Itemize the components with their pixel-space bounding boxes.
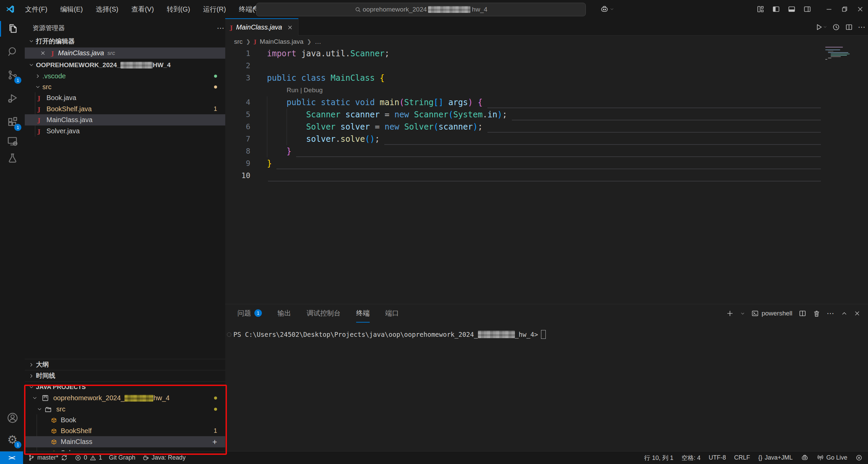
token: Scanner bbox=[414, 110, 448, 119]
problems-status[interactable]: 0 1 bbox=[71, 451, 105, 464]
breadcrumb-file[interactable]: MainClass.java bbox=[260, 38, 304, 45]
line-number: 4 bbox=[225, 96, 250, 109]
panel-tab-4[interactable]: 端口 bbox=[385, 304, 399, 323]
close-panel-icon[interactable] bbox=[854, 310, 861, 317]
editor-area[interactable]: J MainClass.java ⋯ src ❯ J MainClass.jav… bbox=[225, 18, 868, 304]
indentation[interactable]: 空格: 4 bbox=[677, 451, 705, 464]
new-terminal-icon[interactable] bbox=[726, 309, 734, 317]
java-projects-section-header[interactable]: JAVA PROJECTS bbox=[25, 381, 225, 392]
terminal-prompt[interactable]: PS C:\Users\24502\Desktop\Projects\java\… bbox=[225, 329, 546, 340]
activity-testing[interactable] bbox=[0, 148, 25, 168]
menu-item-5[interactable]: 运行(R) bbox=[197, 3, 231, 16]
badge-count: 1 bbox=[14, 441, 21, 448]
toggle-secondary-sidebar-button[interactable] bbox=[799, 0, 815, 18]
timeline-section-header[interactable]: 时间线 bbox=[25, 370, 225, 381]
inline-action-button[interactable]: + bbox=[212, 436, 217, 447]
file-row-src[interactable]: src bbox=[25, 81, 225, 93]
history-icon[interactable] bbox=[832, 23, 840, 31]
panel-tab-2[interactable]: 调试控制台 bbox=[307, 304, 341, 323]
remote-indicator[interactable]: >< bbox=[0, 451, 23, 464]
command-center-search[interactable]: ooprehomework_2024hw_4 bbox=[256, 3, 586, 16]
copilot-button[interactable] bbox=[597, 0, 617, 18]
kill-terminal-icon[interactable] bbox=[813, 310, 821, 317]
menu-item-3[interactable]: 查看(V) bbox=[126, 3, 159, 16]
project-name-suffix: hw_4 bbox=[153, 394, 170, 402]
search-text-suffix: hw_4 bbox=[472, 6, 487, 13]
package-name: src bbox=[56, 405, 65, 413]
branch-status[interactable]: master* bbox=[24, 451, 71, 464]
java-project-row[interactable]: ooprehomework_2024_hw_4 bbox=[25, 392, 225, 404]
open-editors-header[interactable]: 打开的编辑器 bbox=[25, 36, 225, 47]
terminal-dropdown-icon[interactable] bbox=[740, 311, 745, 316]
window-restore-button[interactable] bbox=[837, 0, 852, 18]
jp-row-Book[interactable]: Book bbox=[25, 414, 225, 426]
breadcrumb-symbol[interactable]: … bbox=[315, 38, 321, 45]
language-mode[interactable]: {} Java+JML bbox=[754, 451, 797, 464]
open-editor-description: src bbox=[108, 50, 115, 57]
breadcrumbs[interactable]: src ❯ J MainClass.java ❯ … bbox=[234, 36, 321, 47]
open-editor-item[interactable]: JMainClass.javasrc bbox=[25, 47, 225, 59]
open-editor-filename: MainClass.java bbox=[58, 49, 104, 57]
file-row-MainClass-java[interactable]: JMainClass.java bbox=[25, 114, 225, 125]
menu-item-1[interactable]: 编辑(E) bbox=[55, 3, 89, 16]
activity-settings[interactable]: ⚙1 bbox=[0, 429, 25, 450]
activity-source-control[interactable]: 1 bbox=[0, 65, 25, 85]
close-editor-icon[interactable] bbox=[40, 50, 46, 56]
workspace-root-folder[interactable]: OOPREHOMEWORK_2024_HW_4 bbox=[25, 59, 225, 71]
jp-row-MainClass[interactable]: MainClass+ bbox=[25, 436, 225, 447]
tab-mainclass[interactable]: J MainClass.java bbox=[225, 18, 298, 36]
customize-layout-button[interactable] bbox=[753, 0, 768, 18]
breadcrumb-folder[interactable]: src bbox=[234, 38, 243, 45]
panel-more-actions[interactable]: ⋯ bbox=[827, 309, 835, 318]
run-java-button[interactable] bbox=[815, 23, 827, 31]
menu-item-2[interactable]: 选择(S) bbox=[90, 3, 124, 16]
git-graph-button[interactable]: Git Graph bbox=[105, 451, 139, 464]
codelens-run-debug[interactable]: Run | Debug bbox=[287, 84, 323, 96]
activity-explorer[interactable] bbox=[0, 18, 25, 39]
toggle-sidebar-button[interactable] bbox=[768, 0, 784, 18]
file-row--vscode[interactable]: .vscode bbox=[25, 71, 225, 82]
token: { bbox=[380, 73, 384, 83]
explorer-more-actions[interactable]: ⋯ bbox=[217, 22, 225, 34]
go-live-button[interactable]: Go Live bbox=[813, 451, 851, 464]
jp-row-BookShelf[interactable]: BookShelf1 bbox=[25, 425, 225, 437]
file-row-Book-java[interactable]: JBook.java bbox=[25, 92, 225, 103]
activity-run-debug[interactable] bbox=[0, 88, 25, 109]
window-minimize-button[interactable] bbox=[821, 0, 837, 18]
java-status[interactable]: Java: Ready bbox=[139, 451, 189, 464]
panel-tab-3[interactable]: 终端 bbox=[356, 304, 370, 323]
token: Scanner bbox=[350, 49, 385, 58]
activity-accounts[interactable] bbox=[0, 408, 25, 428]
token: = bbox=[380, 110, 394, 119]
code-editor[interactable]: 1import java.util.Scanner;23public class… bbox=[225, 47, 868, 304]
notifications-status[interactable] bbox=[851, 451, 868, 464]
minimap[interactable] bbox=[825, 47, 856, 60]
activity-search[interactable] bbox=[0, 41, 25, 62]
token: import bbox=[267, 49, 296, 58]
encoding[interactable]: UTF-8 bbox=[705, 451, 730, 464]
terminal-instance-item[interactable]: powershell bbox=[751, 310, 792, 317]
outline-section-header[interactable]: 大纲 bbox=[25, 359, 225, 370]
eol-sequence[interactable]: CRLF bbox=[730, 451, 754, 464]
window-close-button[interactable] bbox=[852, 0, 868, 18]
file-row-BookShelf-java[interactable]: JBookShelf.java1 bbox=[25, 103, 225, 115]
toggle-panel-button[interactable] bbox=[784, 0, 799, 18]
editor-more-actions[interactable]: ⋯ bbox=[858, 23, 866, 32]
panel-tab-0[interactable]: 问题1 bbox=[237, 304, 262, 323]
badge-count: 1 bbox=[14, 77, 21, 84]
menu-item-4[interactable]: 转到(G) bbox=[161, 3, 196, 16]
copilot-status[interactable] bbox=[797, 451, 813, 464]
tab-close-icon[interactable] bbox=[287, 24, 293, 31]
panel-toggle-icon bbox=[788, 5, 796, 13]
activity-extensions[interactable]: 1 bbox=[0, 112, 25, 132]
split-terminal-icon[interactable] bbox=[798, 309, 807, 317]
menu-item-0[interactable]: 文件(F) bbox=[20, 3, 53, 16]
brackets-icon: {} bbox=[758, 454, 762, 461]
file-row-Solver-java[interactable]: JSolver.java bbox=[25, 125, 225, 137]
split-editor-icon[interactable] bbox=[845, 23, 853, 31]
jp-row-Solver[interactable]: Solver bbox=[25, 447, 225, 451]
cursor-position[interactable]: 行 10, 列 1 bbox=[640, 451, 677, 464]
jp-row-src[interactable]: src bbox=[25, 404, 225, 415]
maximize-panel-icon[interactable] bbox=[841, 310, 848, 317]
panel-tab-1[interactable]: 输出 bbox=[277, 304, 291, 323]
